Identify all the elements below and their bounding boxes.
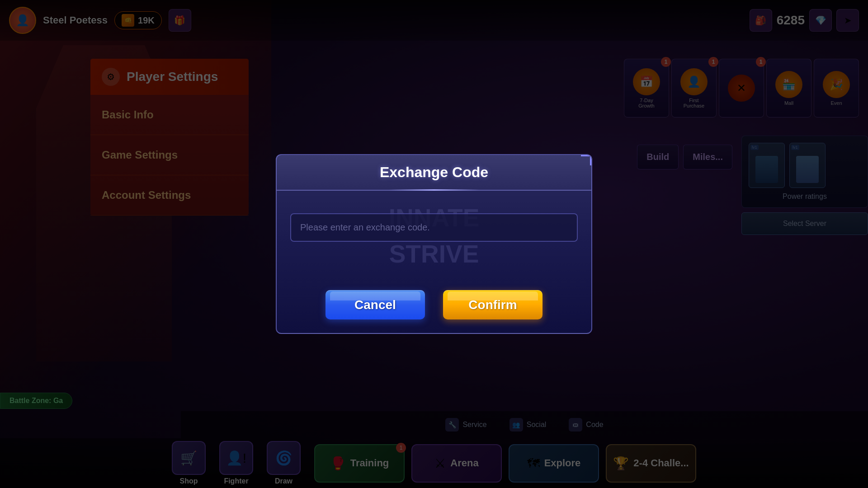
modal-footer: Cancel Confirm <box>277 281 591 333</box>
cancel-button[interactable]: Cancel <box>326 290 425 319</box>
exchange-code-input[interactable] <box>290 213 578 242</box>
confirm-button[interactable]: Confirm <box>443 290 542 319</box>
modal-title: Exchange Code <box>380 164 488 180</box>
modal-watermark-2: STRIVE <box>389 239 479 268</box>
modal-input-container <box>290 213 578 242</box>
exchange-code-modal: Exchange Code INNATE STRIVE Cancel Confi… <box>276 154 592 334</box>
modal-body: INNATE STRIVE <box>277 191 591 281</box>
modal-header: Exchange Code <box>277 155 591 191</box>
